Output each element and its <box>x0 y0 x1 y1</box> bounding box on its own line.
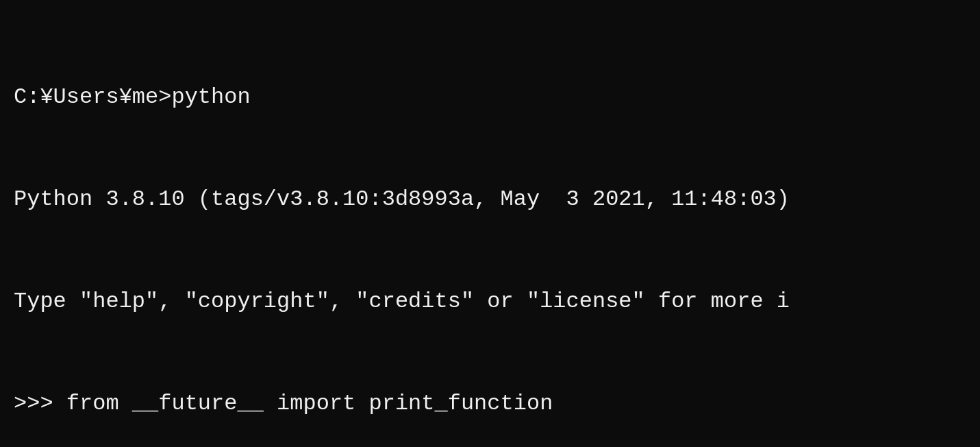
terminal-line-0: C:¥Users¥me>python <box>14 80 966 114</box>
terminal-window[interactable]: C:¥Users¥me>python Python 3.8.10 (tags/v… <box>0 0 980 447</box>
terminal-line-3: >>> from __future__ import print_functio… <box>14 387 966 421</box>
terminal-line-2: Type "help", "copyright", "credits" or "… <box>14 285 966 319</box>
terminal-line-1: Python 3.8.10 (tags/v3.8.10:3d8993a, May… <box>14 182 966 217</box>
